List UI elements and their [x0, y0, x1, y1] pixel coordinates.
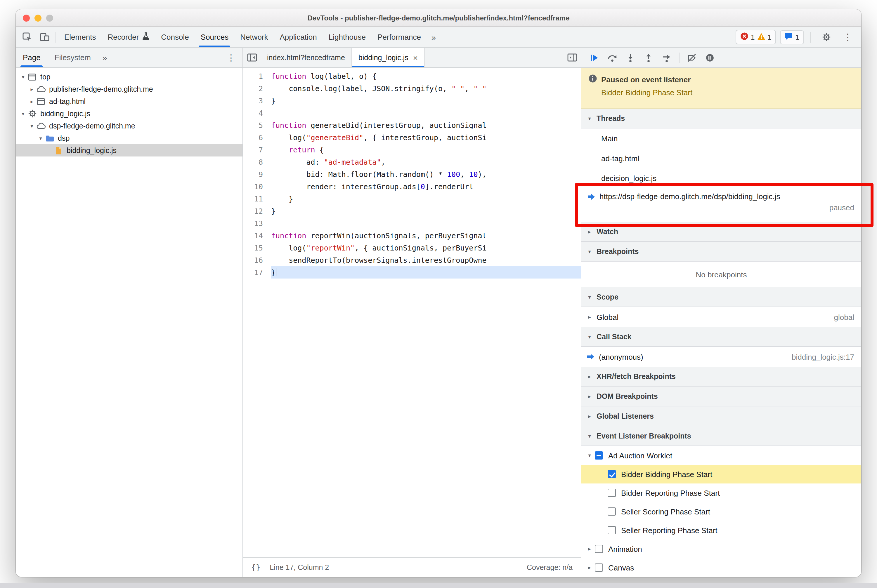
code-line[interactable]: 1function log(label, o) { — [243, 70, 581, 82]
tab-sources[interactable]: Sources — [195, 27, 234, 47]
code-line[interactable]: 10 render: interestGroup.ads[0].renderUr… — [243, 180, 581, 193]
step-over-button[interactable] — [604, 50, 620, 65]
section-call-stack[interactable]: ▾ Call Stack — [581, 327, 861, 347]
close-tab-icon[interactable]: × — [413, 53, 418, 62]
tab-lighthouse[interactable]: Lighthouse — [323, 27, 372, 47]
checkbox[interactable] — [608, 526, 616, 534]
code-line[interactable]: 11 } — [243, 193, 581, 205]
step-out-button[interactable] — [640, 50, 657, 65]
code-line[interactable]: 5function generateBid(interestGroup, auc… — [243, 119, 581, 131]
section-xhr-breakpoints[interactable]: ▸ XHR/fetch Breakpoints — [581, 367, 861, 387]
tab-console[interactable]: Console — [155, 27, 194, 47]
section-scope[interactable]: ▾ Scope — [581, 287, 861, 307]
checkbox[interactable] — [595, 564, 603, 572]
code-line[interactable]: 6 log("generateBid", { interestGroup, au… — [243, 131, 581, 144]
tab-elements[interactable]: Elements — [59, 27, 102, 47]
console-status-badge[interactable]: 1 1 — [736, 30, 776, 44]
tab-label: Elements — [64, 33, 96, 42]
code-line[interactable]: 7 return { — [243, 144, 581, 156]
code-text: function generateBid(interestGroup, auct… — [271, 119, 581, 131]
tab-page[interactable]: Page — [16, 48, 48, 67]
code-line[interactable]: 17} — [243, 266, 581, 279]
toggle-navigator-button[interactable] — [243, 48, 260, 67]
call-stack-frame[interactable]: (anonymous) bidding_logic.js:17 — [581, 347, 861, 367]
toggle-debugger-sidebar-button[interactable] — [563, 48, 581, 67]
code-line[interactable]: 4 — [243, 107, 581, 119]
event-listener-breakpoint-row[interactable]: Bidder Reporting Phase Start — [581, 483, 861, 502]
editor-tab-bidding-logic[interactable]: bidding_logic.js × — [352, 48, 425, 67]
thread-row-active[interactable]: https://dsp-fledge-demo.glitch.me/dsp/bi… — [581, 188, 861, 222]
issues-icon — [785, 32, 793, 42]
code-token: " " — [451, 84, 465, 93]
more-navigator-tabs-button[interactable]: » — [98, 53, 112, 62]
code-token: 0 — [421, 182, 425, 191]
section-watch[interactable]: ▸ Watch — [581, 222, 861, 242]
thread-row[interactable]: decision_logic.js — [581, 168, 861, 188]
tree-item-bidding-logic-js[interactable]: ▾bidding_logic.js — [16, 108, 242, 120]
checkbox[interactable] — [608, 489, 616, 497]
pretty-print-button[interactable]: {} — [251, 563, 260, 572]
code-line[interactable]: 9 bid: Math.floor(Math.random() * 100, 1… — [243, 168, 581, 180]
tree-item-dsp-fledge-demo-glitch-me[interactable]: ▾dsp-fledge-demo.glitch.me — [16, 120, 242, 132]
code-line[interactable]: 16 sendReportTo(browserSignals.interestG… — [243, 254, 581, 266]
event-listener-breakpoint-row[interactable]: ▸Canvas — [581, 558, 861, 577]
code-line[interactable]: 15 log("reportWin", { auctionSignals, pe… — [243, 242, 581, 254]
event-listener-breakpoint-row[interactable]: Seller Reporting Phase Start — [581, 521, 861, 540]
line-number: 4 — [243, 107, 271, 119]
code-text: function reportWin(auctionSignals, perBu… — [271, 230, 581, 242]
step-button[interactable] — [659, 50, 675, 65]
code-line[interactable]: 14function reportWin(auctionSignals, per… — [243, 230, 581, 242]
checkbox[interactable] — [608, 470, 616, 478]
event-listener-breakpoint-row[interactable]: Seller Scoring Phase Start — [581, 502, 861, 521]
tree-item-bidding-logic-js[interactable]: bidding_logic.js — [16, 144, 242, 156]
checkbox[interactable] — [595, 545, 603, 553]
code-line[interactable]: 3} — [243, 94, 581, 107]
thread-row[interactable]: Main — [581, 129, 861, 148]
tree-item-dsp[interactable]: ▾dsp — [16, 132, 242, 144]
navigator-tabbar: Page Filesystem » ⋮ — [16, 48, 242, 68]
tree-item-ad-tag-html[interactable]: ▸ad-tag.html — [16, 95, 242, 108]
tab-network[interactable]: Network — [234, 27, 274, 47]
issues-badge[interactable]: 1 — [780, 30, 804, 44]
event-listener-breakpoint-row[interactable]: Bidder Bidding Phase Start — [581, 465, 861, 483]
zoom-window-button[interactable] — [46, 14, 53, 21]
section-dom-breakpoints[interactable]: ▸ DOM Breakpoints — [581, 387, 861, 406]
scope-global-row[interactable]: ▸ Global global — [581, 307, 861, 327]
tree-item-top[interactable]: ▾top — [16, 70, 242, 83]
navigator-menu-button[interactable]: ⋮ — [220, 52, 242, 63]
device-toolbar-button[interactable] — [36, 29, 53, 45]
section-global-listeners[interactable]: ▸ Global Listeners — [581, 406, 861, 426]
section-event-listener-breakpoints[interactable]: ▾ Event Listener Breakpoints — [581, 426, 861, 446]
thread-row[interactable]: ad-tag.html — [581, 148, 861, 168]
code-text — [271, 217, 581, 230]
event-listener-breakpoint-row[interactable]: ▾Ad Auction Worklet — [581, 446, 861, 465]
code-editor[interactable]: 1function log(label, o) {2 console.log(l… — [243, 68, 581, 557]
section-breakpoints[interactable]: ▾ Breakpoints — [581, 242, 861, 262]
pause-exceptions-button[interactable] — [702, 50, 718, 65]
editor-tab-index-html[interactable]: index.html?fencedframe — [260, 48, 352, 67]
resume-button[interactable] — [586, 50, 602, 65]
more-panels-button[interactable]: » — [427, 32, 441, 42]
more-options-button[interactable]: ⋮ — [839, 29, 857, 45]
tab-application[interactable]: Application — [274, 27, 323, 47]
tab-label: Console — [161, 33, 189, 42]
deactivate-breakpoints-button[interactable] — [684, 50, 700, 65]
code-line[interactable]: 13 — [243, 217, 581, 230]
checkbox[interactable] — [595, 452, 603, 459]
step-into-button[interactable] — [622, 50, 639, 65]
tab-recorder[interactable]: Recorder — [102, 27, 155, 47]
close-window-button[interactable] — [23, 14, 30, 21]
settings-gear-icon[interactable] — [817, 29, 835, 45]
tree-item-publisher-fledge-demo-glitch-me[interactable]: ▸publisher-fledge-demo.glitch.me — [16, 83, 242, 95]
checkbox[interactable] — [608, 507, 616, 516]
code-token: } — [271, 207, 275, 216]
inspect-element-button[interactable] — [18, 29, 36, 45]
section-threads[interactable]: ▾ Threads — [581, 109, 861, 129]
code-line[interactable]: 8 ad: "ad-metadata", — [243, 156, 581, 168]
tab-performance[interactable]: Performance — [372, 27, 427, 47]
tab-filesystem[interactable]: Filesystem — [48, 48, 98, 67]
event-listener-breakpoint-row[interactable]: ▸Animation — [581, 540, 861, 558]
code-line[interactable]: 2 console.log(label, JSON.stringify(o, "… — [243, 82, 581, 94]
code-line[interactable]: 12} — [243, 205, 581, 217]
minimize-window-button[interactable] — [35, 14, 42, 21]
